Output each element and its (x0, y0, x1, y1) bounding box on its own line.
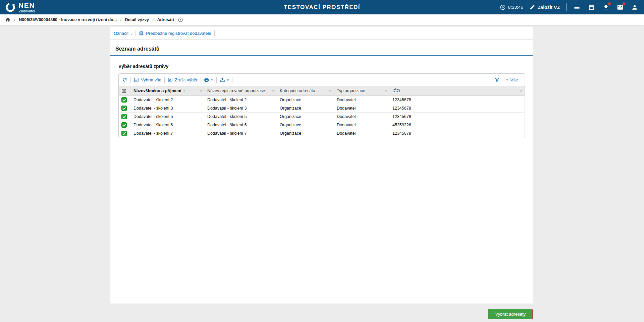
column-filter-icon[interactable]: ▽ (272, 89, 274, 92)
select-column-header[interactable] (119, 86, 131, 96)
cell-category: Organizace (277, 121, 334, 129)
column-header-name[interactable]: Název/Jméno a příjmení ↑ ▽ (131, 86, 205, 96)
column-filter-icon[interactable]: ▽ (520, 89, 522, 92)
toolbar-divider (232, 77, 232, 83)
person-icon (631, 4, 638, 11)
select-column-icon (121, 88, 128, 93)
hamburger-icon (574, 4, 580, 11)
row-checkbox[interactable] (121, 106, 127, 111)
cell-name: Dodavatel - školení 5 (131, 113, 205, 121)
zalozit-vz-button[interactable]: Založit VZ (530, 4, 560, 10)
filter-button[interactable] (494, 77, 500, 82)
close-circle-icon (178, 17, 183, 22)
cell-ico: 12345678 (390, 129, 525, 138)
toolbar-divider (164, 77, 165, 83)
column-header-category[interactable]: Kategorie adresáta ▽ (277, 86, 334, 96)
table-row[interactable]: Dodavatel - školení 5 Dodavatel - školen… (119, 113, 525, 121)
footer-action-bar: Vybrat adresáty (110, 304, 533, 319)
toolbar-divider (201, 77, 201, 83)
messages-button[interactable] (616, 3, 624, 11)
toolbar-divider (503, 77, 503, 83)
home-button[interactable] (5, 17, 11, 22)
cell-name: Dodavatel - školení 6 (131, 121, 205, 129)
checkbox-cross-icon (168, 77, 173, 82)
page-title: Seznam adresátů (110, 46, 533, 52)
table-row[interactable]: Dodavatel - školení 2 Dodavatel - školen… (119, 96, 525, 104)
breadcrumb-item-adresati[interactable]: Adresáti (157, 17, 174, 22)
row-checkbox[interactable] (121, 114, 127, 119)
row-checkbox[interactable] (121, 122, 127, 128)
table-row[interactable]: Dodavatel - školení 6 Dodavatel - školen… (119, 121, 525, 129)
table-row[interactable]: Dodavatel - školení 7 Dodavatel - školen… (119, 129, 525, 138)
subsection-title: Výběr adresátů zprávy (110, 64, 533, 69)
cell-organization: Dodavatel - školení 7 (205, 129, 277, 138)
close-tab-button[interactable] (178, 17, 183, 22)
cell-organization: Dodavatel - školení 3 (205, 104, 277, 113)
messages-badge (623, 2, 625, 5)
top-header: NEN Zadavatel TESTOVACÍ PROSTŘEDÍ 8:33:4… (0, 0, 644, 14)
grid-toolbar: Vybrat vše Zrušit výběr ▽ (119, 74, 525, 86)
table-header-row: Název/Jméno a příjmení ↑ ▽ Název registr… (119, 86, 525, 96)
column-header-org-type[interactable]: Typ organizace ▽ (334, 86, 390, 96)
cell-name: Dodavatel - školení 3 (131, 104, 205, 113)
cell-organization: Dodavatel - školení 6 (205, 121, 277, 129)
sort-ascending-icon: ↑ (183, 88, 185, 93)
breadcrumb-chevron: › (14, 17, 15, 22)
row-checkbox[interactable] (121, 131, 127, 136)
cell-org-type: Dodavatel (334, 121, 390, 129)
workspace: Označit ▽ Předběžně registrovat dodavate… (0, 25, 644, 319)
nen-logo[interactable] (5, 2, 15, 12)
column-header-organization[interactable]: Název registrované organizace ▽ (205, 86, 277, 96)
content-panel: Označit ▽ Předběžně registrovat dodavate… (110, 27, 533, 304)
downloads-button[interactable] (602, 3, 610, 11)
cell-ico: 12345678 (390, 96, 525, 104)
register-supplier-button[interactable]: Předběžně registrovat dodavatele (139, 31, 211, 36)
cell-category: Organizace (277, 96, 334, 104)
cell-org-type: Dodavatel (334, 96, 390, 104)
logo-role-label: Zadavatel (18, 9, 35, 13)
column-filter-icon[interactable]: ▽ (385, 89, 387, 92)
vybrat-adresaty-button[interactable]: Vybrat adresáty (488, 309, 533, 319)
menu-button[interactable] (573, 3, 581, 11)
chevron-down-icon: ▽ (130, 31, 132, 35)
title-accent-rule (110, 55, 533, 56)
mail-icon (617, 4, 624, 11)
server-time: 8:33:46 (500, 4, 523, 10)
calendar-icon (588, 4, 595, 10)
filter-scope-dropdown[interactable]: ▽ Vše (506, 77, 518, 82)
profile-button[interactable] (631, 3, 639, 11)
export-button[interactable]: ▽ (220, 77, 229, 82)
breadcrumb-chevron: › (152, 17, 154, 22)
logo-text: NEN (18, 2, 35, 9)
cell-category: Organizace (277, 104, 334, 113)
select-all-button[interactable]: Vybrat vše (134, 77, 161, 82)
oznacit-label: Označit (114, 31, 128, 36)
cell-ico: 12345678 (390, 113, 525, 121)
clock-icon (500, 4, 506, 10)
print-button[interactable]: ▽ (204, 77, 213, 82)
refresh-button[interactable] (122, 77, 127, 82)
clear-selection-button[interactable]: Zrušit výběr (168, 77, 198, 82)
cell-category: Organizace (277, 129, 334, 138)
toolbar-divider (214, 30, 215, 36)
toolbar-divider (521, 77, 521, 83)
filter-scope-label: Vše (511, 77, 518, 82)
refresh-icon (122, 77, 127, 82)
cell-name: Dodavatel - školení 2 (131, 96, 205, 104)
time-text: 8:33:46 (508, 5, 523, 10)
breadcrumb-item-procurement[interactable]: N006/25/V00004860 - Inovace v rozvoji ří… (19, 17, 117, 22)
table-row[interactable]: Dodavatel - školení 3 Dodavatel - školen… (119, 104, 525, 113)
zalozit-vz-label: Založit VZ (538, 5, 560, 10)
column-filter-icon[interactable]: ▽ (329, 89, 331, 92)
breadcrumb-chevron: › (120, 17, 121, 22)
cell-organization: Dodavatel - školení 2 (205, 96, 277, 104)
column-header-ico[interactable]: IČO ▽ (390, 86, 525, 96)
breadcrumb-item-detail-vyzvy[interactable]: Detail výzvy (125, 17, 149, 22)
column-filter-icon[interactable]: ▽ (200, 89, 202, 92)
cell-category: Organizace (277, 113, 334, 121)
download-icon (603, 4, 609, 10)
oznacit-menu-button[interactable]: Označit ▽ (114, 31, 132, 36)
row-checkbox[interactable] (121, 97, 127, 103)
cell-org-type: Dodavatel (334, 129, 390, 138)
calendar-button[interactable] (587, 3, 595, 11)
